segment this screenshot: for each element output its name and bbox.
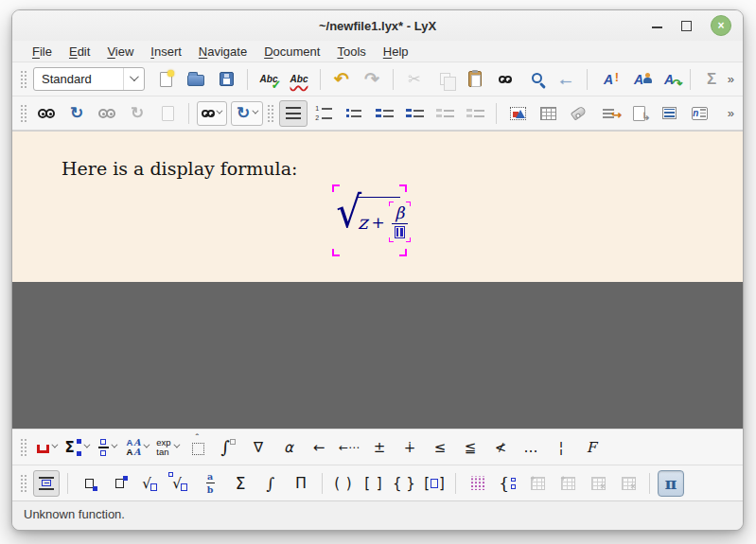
open-document-button[interactable] — [182, 66, 210, 93]
menu-help[interactable]: Help — [375, 44, 417, 60]
search-button[interactable] — [521, 66, 550, 93]
toolbar-drag-handle[interactable] — [20, 104, 26, 123]
description-list-button[interactable] — [370, 100, 398, 127]
toolbar-overflow-button[interactable]: » — [728, 72, 737, 86]
delete-row-button[interactable]: × — [585, 470, 611, 497]
redo-button[interactable]: ↷ — [358, 66, 386, 93]
subscript-button[interactable] — [76, 470, 102, 497]
greek-letters-button[interactable]: α — [275, 434, 302, 461]
save-document-button[interactable] — [212, 66, 240, 93]
insert-crossref-button[interactable]: ↪ — [594, 100, 623, 127]
insert-footnote-button[interactable]: ↳ — [624, 100, 653, 127]
big-operators-dropdown[interactable]: Σ — [63, 434, 90, 461]
toolbar-drag-handle[interactable] — [20, 474, 26, 493]
operators-panel-button[interactable]: ∇ — [245, 434, 272, 461]
menu-navigate[interactable]: Navigate — [190, 44, 255, 60]
document-page[interactable]: Here is a display formula: √ z + β — [12, 132, 743, 282]
titlebar[interactable]: ~/newfile1.lyx* - LyX × — [12, 10, 743, 41]
binary-operators2-button[interactable]: ∔ — [396, 434, 423, 461]
cut-button[interactable]: ✂ — [400, 66, 429, 93]
add-column-button[interactable]: + — [554, 470, 581, 497]
increase-depth-button[interactable] — [431, 100, 459, 127]
add-row-button[interactable]: + — [524, 470, 551, 497]
brackets-button[interactable]: [ ] — [360, 470, 387, 497]
menu-insert[interactable]: Insert — [142, 44, 190, 60]
superscript-button[interactable] — [106, 470, 132, 497]
insert-cases-button[interactable]: { — [494, 470, 520, 497]
menu-edit[interactable]: Edit — [61, 44, 98, 60]
insert-marginnote-button[interactable] — [655, 100, 683, 127]
binary-operators-button[interactable]: ± — [366, 434, 393, 461]
ams-operators-button[interactable]: F — [578, 434, 605, 461]
continuous-spellcheck-button[interactable]: Abc — [285, 66, 313, 93]
paragraph-text[interactable]: Here is a display formula: — [62, 158, 297, 179]
product-button[interactable]: Π — [288, 470, 314, 497]
update-master-button[interactable]: ↻ — [123, 100, 151, 127]
menu-tools[interactable]: Tools — [328, 44, 374, 60]
update-button[interactable]: ↻ — [62, 100, 91, 127]
toggle-noun-button[interactable]: A — [624, 66, 653, 93]
view-source-button[interactable] — [153, 100, 182, 127]
display-formula-toggle[interactable] — [33, 470, 60, 497]
insert-label-button[interactable] — [564, 100, 592, 127]
fraction-button[interactable]: ab — [197, 470, 223, 497]
parentheses-button[interactable]: ( ) — [330, 470, 357, 497]
undo-button[interactable]: ↶ — [327, 66, 356, 93]
toolbar-drag-handle[interactable] — [267, 104, 273, 123]
integral-limits-button[interactable]: ∫ — [215, 434, 241, 461]
copy-button[interactable] — [431, 66, 459, 93]
maximize-button[interactable] — [681, 21, 692, 31]
ams-relations-button[interactable]: ≦ — [457, 434, 483, 461]
numbered-list-button[interactable]: 1 2 — [309, 100, 338, 127]
new-document-button[interactable] — [151, 66, 180, 93]
toolbar-overflow-button[interactable]: » — [728, 106, 737, 120]
relations-button[interactable]: ≤ — [427, 434, 453, 461]
nth-root-button[interactable]: √ — [167, 470, 193, 497]
math-functions-dropdown[interactable]: exptan — [154, 434, 181, 461]
braces-button[interactable]: { } — [391, 470, 417, 497]
update-other-formats-dropdown[interactable]: ↻ — [231, 101, 263, 126]
math-spacing-dropdown[interactable] — [33, 434, 60, 461]
paste-button[interactable] — [461, 66, 489, 93]
view-button[interactable] — [32, 100, 61, 127]
dots-button[interactable]: … — [518, 434, 544, 461]
spellcheck-button[interactable]: Abc✓ — [255, 66, 283, 93]
menu-file[interactable]: File — [24, 44, 61, 60]
delimiters-dialog-button[interactable]: [ ] — [421, 470, 448, 497]
long-arrows-panel-button[interactable]: ←⋯ — [336, 434, 362, 461]
toolbar-drag-handle[interactable] — [20, 438, 26, 457]
labeling-list-button[interactable] — [400, 100, 429, 127]
delimiters-misc-button[interactable]: ¦ — [548, 434, 574, 461]
apply-last-style-button[interactable]: A↷ — [655, 66, 683, 93]
insert-note-button[interactable]: n — [685, 100, 713, 127]
minimize-button[interactable] — [652, 18, 662, 28]
arrows-panel-button[interactable]: ← — [306, 434, 332, 461]
delete-column-button[interactable]: × — [615, 470, 642, 497]
math-accents-button[interactable] — [185, 434, 211, 461]
navigate-back-button[interactable]: ← — [552, 66, 580, 93]
sqrt-button[interactable]: √ — [136, 470, 163, 497]
toolbar-drag-handle[interactable] — [20, 70, 26, 89]
negative-relations-button[interactable]: ≮ — [487, 434, 514, 461]
paragraph-justify-button[interactable] — [279, 100, 308, 127]
toggle-emphasis-button[interactable]: A! — [594, 66, 623, 93]
fraction-inset[interactable]: β — [389, 202, 411, 242]
menu-document[interactable]: Document — [255, 44, 328, 60]
math-panel-toggle[interactable]: π — [658, 470, 684, 497]
insert-graphics-button[interactable] — [503, 100, 532, 127]
sum-button[interactable]: Σ — [227, 470, 254, 497]
insert-matrix-button[interactable] — [464, 470, 490, 497]
integral-button[interactable]: ∫ — [257, 470, 284, 497]
fraction-dropdown[interactable] — [94, 434, 120, 461]
empty-math-box-cursor[interactable] — [395, 226, 405, 238]
math-font-dropdown[interactable]: AAAA — [124, 434, 150, 461]
math-inset[interactable]: √ z + β — [332, 184, 407, 256]
menu-view[interactable]: View — [98, 44, 142, 60]
insert-table-button[interactable] — [534, 100, 562, 127]
layout-combobox[interactable]: Standard — [33, 67, 145, 91]
bullet-list-button[interactable] — [340, 100, 368, 127]
close-button[interactable]: × — [711, 15, 731, 36]
view-master-button[interactable] — [93, 100, 121, 127]
view-other-formats-dropdown[interactable] — [197, 101, 227, 126]
decrease-depth-button[interactable] — [461, 100, 489, 127]
